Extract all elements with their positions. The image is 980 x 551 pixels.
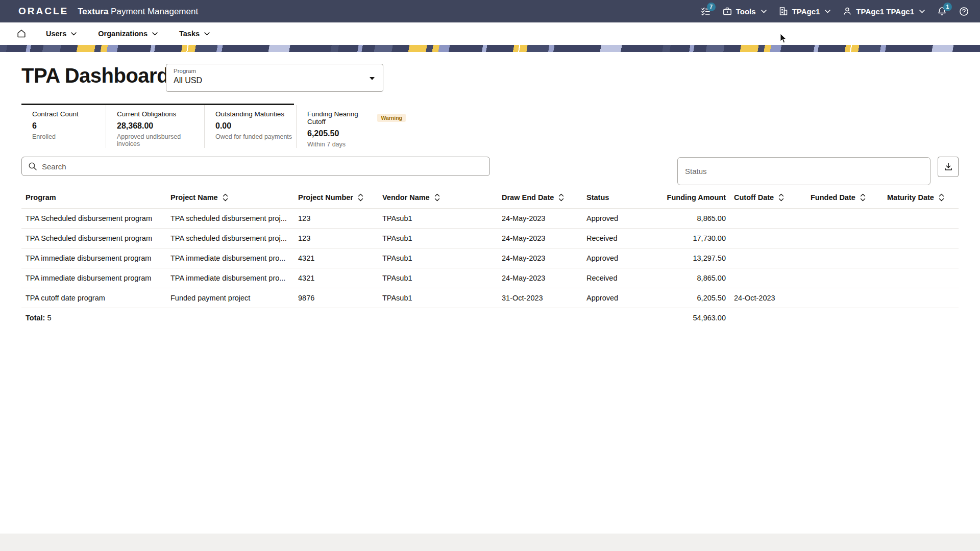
table-cell: 24-May-2023	[498, 274, 582, 282]
search-input[interactable]	[42, 162, 483, 171]
table-cell: TPA scheduled disbursement proj...	[166, 214, 294, 222]
nav-item-organizations[interactable]: Organizations	[94, 27, 162, 41]
table-cell: TPA immediate disbursement pro...	[166, 274, 294, 282]
column-header-label: Vendor Name	[382, 193, 430, 202]
table-row: TPA Scheduled disbursement programTPA sc…	[21, 228, 959, 248]
table-cell: Approved	[582, 254, 646, 262]
help-button[interactable]	[959, 7, 969, 16]
table-cell: 31-Oct-2023	[498, 294, 582, 302]
footer-bar	[0, 534, 980, 551]
status-filter-box	[677, 157, 930, 185]
nav-item-label: Organizations	[98, 30, 148, 38]
chevron-down-icon	[919, 10, 925, 13]
user-menu[interactable]: TPAgc1 TPAgc1	[843, 7, 925, 16]
program-filter-label: Program	[174, 68, 376, 74]
table-cell: 123	[294, 214, 378, 222]
nav-item-tasks[interactable]: Tasks	[175, 27, 214, 41]
program-filter-value: All USD	[174, 76, 376, 86]
table-cell: TPA immediate disbursement program	[21, 274, 166, 282]
status-filter-input[interactable]	[678, 167, 930, 176]
sort-icon[interactable]	[223, 193, 228, 202]
table-cell: 4321	[294, 274, 378, 282]
column-header[interactable]: Vendor Name	[378, 193, 498, 202]
table-cell: TPAsub1	[378, 214, 498, 222]
sort-icon[interactable]	[860, 193, 866, 202]
table-row: TPA cutoff date programFunded payment pr…	[21, 288, 959, 308]
download-button[interactable]	[938, 157, 959, 177]
chevron-down-icon	[204, 32, 210, 36]
notifications-button[interactable]: 1	[937, 7, 947, 16]
bell-icon: 1	[937, 7, 947, 16]
stat-value: 6	[32, 121, 106, 131]
sort-icon[interactable]	[558, 193, 564, 202]
chevron-down-icon	[71, 32, 77, 36]
table-cell: 4321	[294, 254, 378, 262]
stat-sublabel: Owed for funded payments	[215, 133, 296, 140]
stats-row: Contract Count 6 Enrolled Current Obliga…	[21, 105, 406, 148]
table-cell: TPA scheduled disbursement proj...	[166, 234, 294, 242]
column-header[interactable]: Funded Date	[806, 193, 883, 202]
column-header-label: Status	[586, 193, 609, 202]
column-header-label: Funded Date	[811, 193, 855, 202]
nav-item-users[interactable]: Users	[42, 27, 81, 41]
stat-value: 28,368.00	[117, 121, 204, 131]
product-name-bold: Textura	[78, 7, 108, 16]
sort-icon[interactable]	[939, 193, 944, 202]
brand[interactable]: ORACLE Textura Payment Management	[18, 6, 198, 17]
table-cell: 17,730.00	[646, 234, 730, 242]
content-area: TPA Dashboard Program All USD Contract C…	[0, 52, 980, 534]
table-cell: 24-May-2023	[498, 254, 582, 262]
warning-badge: Warning	[377, 114, 406, 122]
organization-menu[interactable]: TPAgc1	[779, 7, 831, 16]
column-header[interactable]: Draw End Date	[498, 193, 582, 202]
table-cell: Approved	[582, 294, 646, 302]
home-button[interactable]	[14, 27, 29, 41]
column-header[interactable]: Cutoff Date	[730, 193, 806, 202]
briefcase-icon	[723, 7, 732, 16]
table-body: TPA Scheduled disbursement programTPA sc…	[21, 208, 959, 308]
oracle-logo: ORACLE	[18, 6, 68, 17]
tools-menu[interactable]: Tools	[723, 7, 767, 16]
stat-sublabel: Approved undisbursed invoices	[117, 133, 204, 147]
column-header-label: Project Name	[170, 193, 218, 202]
table-cell: 24-May-2023	[498, 234, 582, 242]
stat-tile: Contract Count 6 Enrolled	[21, 105, 106, 148]
table-cell: TPAsub1	[378, 274, 498, 282]
sort-icon[interactable]	[434, 193, 440, 202]
product-name-rest: Payment Management	[108, 7, 198, 16]
chevron-down-icon	[152, 32, 158, 36]
main-nav: Users Organizations Tasks	[0, 22, 980, 45]
stat-label: Funding Nearing Cutoff	[307, 110, 372, 126]
table-total-row: Total: 5 54,963.00	[21, 308, 959, 328]
nav-items: Users Organizations Tasks	[42, 27, 214, 41]
table-cell: 123	[294, 234, 378, 242]
notification-count-badge: 1	[943, 3, 952, 11]
table-cell: 24-May-2023	[498, 214, 582, 222]
column-header[interactable]: Maturity Date	[883, 193, 959, 202]
table-row: TPA immediate disbursement programTPA im…	[21, 248, 959, 268]
table-cell: TPAsub1	[378, 234, 498, 242]
table-cell: 9876	[294, 294, 378, 302]
column-header[interactable]: Project Number	[294, 193, 378, 202]
table-cell: Received	[582, 274, 646, 282]
column-header[interactable]: Program	[21, 193, 166, 202]
table-cell: TPAsub1	[378, 294, 498, 302]
total-count: Total: 5	[21, 314, 166, 322]
table-row: TPA Scheduled disbursement programTPA sc…	[21, 208, 959, 228]
column-header-label: Funding Amount	[667, 193, 726, 202]
program-filter-select[interactable]: Program All USD	[166, 64, 383, 92]
column-header[interactable]: Funding Amount	[646, 193, 730, 202]
nav-item-label: Users	[46, 30, 66, 38]
stat-label: Contract Count	[32, 110, 79, 118]
search-icon	[28, 162, 37, 171]
sort-icon[interactable]	[778, 193, 784, 202]
column-header[interactable]: Project Name	[166, 193, 294, 202]
sort-icon[interactable]	[358, 193, 363, 202]
task-queue-button[interactable]: 7	[701, 7, 710, 16]
table-cell: Approved	[582, 214, 646, 222]
column-header-label: Draw End Date	[502, 193, 554, 202]
column-header-label: Maturity Date	[887, 193, 934, 202]
tools-label: Tools	[736, 7, 756, 16]
stat-sublabel: Within 7 days	[307, 141, 406, 148]
column-header[interactable]: Status	[582, 193, 646, 202]
